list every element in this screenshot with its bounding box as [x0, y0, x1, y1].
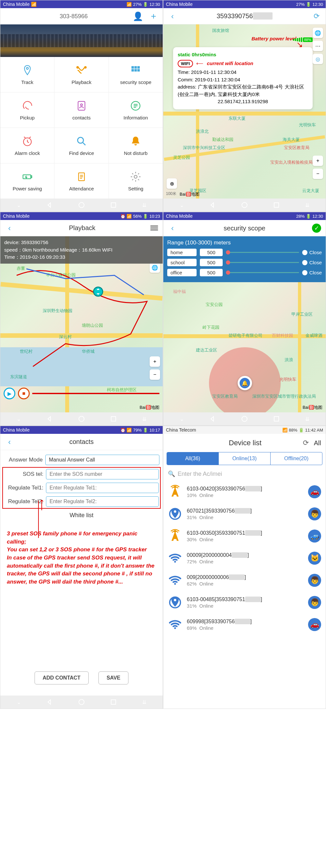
map-scale: 100米: [166, 191, 176, 196]
search-input[interactable]: Enter the Ac/imei: [178, 471, 222, 477]
tab-online[interactable]: Online(13): [219, 453, 271, 465]
device-status: 62% Online: [187, 581, 303, 587]
range-value-input[interactable]: [200, 259, 223, 266]
regulate-tel2-input[interactable]: [46, 496, 159, 507]
device-row[interactable]: 609998[3593390756xxxxxx] 69% Online 🚗: [163, 614, 326, 636]
zoom-out-icon[interactable]: −: [313, 168, 323, 179]
tower-icon: [168, 485, 182, 499]
feature-security-scope[interactable]: security scope: [109, 57, 163, 92]
feature-track[interactable]: Track: [0, 57, 54, 92]
sos-tel-label: SOS tel:: [4, 471, 43, 477]
feature-contacts[interactable]: contacts: [54, 92, 108, 128]
page-title: Playback: [14, 224, 150, 232]
range-value-input[interactable]: [200, 269, 223, 276]
avatar[interactable]: 🚗: [308, 485, 321, 498]
feature-setting[interactable]: Setting: [109, 163, 163, 198]
avatar[interactable]: 👦: [308, 574, 321, 587]
carrier: China Mobile: [3, 2, 30, 7]
status-bar: China Mobile 28% 🔋 12:30: [163, 212, 326, 220]
panel-device-list: China Telecom 📶 88% 🔋 11:42 AM Device li…: [163, 426, 326, 709]
svg-rect-14: [23, 175, 31, 179]
back-icon[interactable]: ‹: [168, 12, 177, 21]
feature-find-device[interactable]: Find device: [54, 128, 108, 163]
answer-mode-select[interactable]: Manual Answer Call: [45, 455, 159, 465]
android-nav: ⌄ ⇊: [0, 198, 163, 212]
nav-back-icon[interactable]: [46, 202, 53, 209]
nav-recent-icon[interactable]: [110, 202, 117, 209]
close-toggle[interactable]: Close: [302, 250, 322, 255]
map-header: ‹ 3593390756xxxxxx ⟳: [163, 8, 326, 24]
feature-playback[interactable]: Playback: [54, 57, 108, 92]
close-toggle[interactable]: Close: [302, 260, 322, 265]
map-canvas[interactable]: Battery power level 88% ↘ static 0hrs0mi…: [163, 24, 326, 198]
target-icon[interactable]: ◎: [313, 54, 323, 64]
globe-icon[interactable]: 🌐: [313, 28, 323, 38]
playback-slider[interactable]: [32, 393, 159, 394]
play-button[interactable]: ▶: [4, 388, 15, 399]
menu-icon[interactable]: [150, 225, 158, 230]
add-icon[interactable]: +: [149, 12, 158, 21]
stop-button[interactable]: ■: [18, 388, 30, 399]
feature-pickup[interactable]: Pickup: [0, 92, 54, 128]
feature-information[interactable]: Information: [109, 92, 163, 128]
contacts-form: Answer Mode Manual Answer Call SOS tel: …: [0, 450, 163, 695]
save-button[interactable]: SAVE: [99, 672, 129, 684]
avatar[interactable]: 🚗: [308, 618, 321, 631]
device-row[interactable]: 6103-00350[3593390751xxxxxx] 30% Online …: [163, 525, 326, 547]
avatar[interactable]: 👦: [308, 507, 321, 520]
refresh-icon[interactable]: ⟳: [312, 12, 321, 21]
regulate-tel1-input[interactable]: [46, 483, 159, 493]
avatar[interactable]: 🚙: [308, 529, 321, 542]
device-row[interactable]: 607021[3593390756xxxxxx] 31% Online 👦: [163, 503, 326, 525]
back-icon[interactable]: ‹: [168, 224, 177, 233]
range-name-input[interactable]: [167, 249, 196, 256]
close-toggle[interactable]: Close: [302, 270, 322, 275]
feature-alarm-clock[interactable]: Alarm clock: [0, 128, 54, 163]
device-row[interactable]: 009[20000000006xxxxxx] 62% Online 👦: [163, 569, 326, 591]
range-slider[interactable]: [226, 262, 299, 263]
avatar[interactable]: 🐱: [308, 552, 321, 565]
sos-tel-input[interactable]: [46, 469, 159, 479]
more-icon[interactable]: ⋯: [313, 41, 323, 51]
nav-down-icon[interactable]: ⌄: [17, 202, 21, 208]
add-contact-button[interactable]: ADD CONTACT: [34, 672, 89, 684]
tab-all[interactable]: All(36): [167, 453, 219, 465]
nav-home-icon[interactable]: [78, 202, 85, 209]
page-title: security scope: [177, 224, 312, 232]
regulate-tel1-label: Regulate Tel1:: [4, 485, 43, 491]
range-name-input[interactable]: [167, 269, 196, 276]
refresh-icon[interactable]: ⟳: [303, 439, 309, 447]
svg-rect-3: [132, 66, 134, 68]
device-row[interactable]: 6103-00485[3593390751xxxxxx] 31% Online …: [163, 591, 326, 614]
feature-power-saving[interactable]: Power saving: [0, 163, 54, 198]
device-id: 607021[3593390756xxxxxx]: [187, 508, 303, 514]
device-row[interactable]: 00009[2000000004xxxxxx] 72% Online 🐱: [163, 547, 326, 569]
back-icon[interactable]: ‹: [5, 437, 14, 446]
range-slider[interactable]: [226, 272, 299, 273]
avatar[interactable]: 👦: [308, 596, 321, 609]
scope-header: ‹ security scope ✓: [163, 220, 326, 236]
search-icon[interactable]: 🔍: [168, 470, 175, 477]
scope-map[interactable]: 🔔 福中福 宝安公园 甲岸工业区 岭下花园 碧研电子有限公司 百财科技园 金威啤…: [163, 282, 326, 412]
feature-attendance[interactable]: Attendance: [54, 163, 108, 198]
location-info-card: static 0hrs0mins WIFI ⟵ current wifi loc…: [173, 47, 313, 110]
range-value-input[interactable]: [200, 249, 223, 256]
whitelist-link[interactable]: White list: [4, 507, 159, 523]
feature-not-disturb[interactable]: Not disturb: [109, 128, 163, 163]
nav-menu-icon[interactable]: ⇊: [142, 202, 146, 208]
device-row[interactable]: 6103-00420[3593390756xxxxxx] 10% Online …: [163, 481, 326, 503]
range-slider[interactable]: [226, 252, 299, 253]
back-icon[interactable]: ‹: [5, 224, 14, 233]
confirm-icon[interactable]: ✓: [312, 224, 321, 233]
all-link[interactable]: All: [314, 439, 321, 447]
page-title: contacts: [14, 438, 149, 445]
tab-offline[interactable]: Offline(20): [271, 453, 322, 465]
svg-point-0: [26, 67, 28, 69]
playback-map[interactable]: device: 3593390756 speed：0km Northbound …: [0, 236, 163, 412]
profile-icon[interactable]: 👤: [133, 12, 142, 21]
contacts-header: ‹ contacts: [0, 434, 163, 450]
range-name-input[interactable]: [167, 259, 196, 266]
zoom-in-icon[interactable]: +: [313, 156, 323, 166]
compass-icon[interactable]: ⊕: [167, 178, 177, 189]
app-header: 303-85966 👤 +: [0, 8, 163, 24]
